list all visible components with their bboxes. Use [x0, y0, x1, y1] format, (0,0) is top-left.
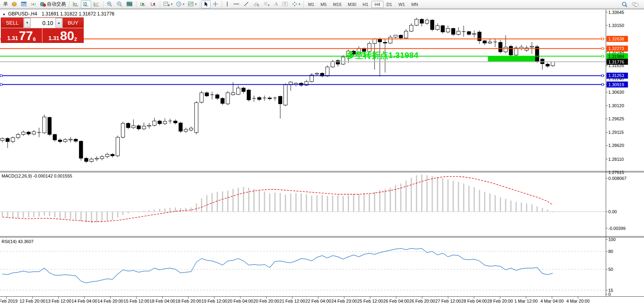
- toolbar-separator: [67, 1, 69, 8]
- zoom-out-icon[interactable]: [115, 0, 125, 8]
- time-axis-label: 4 Mar 20:00: [566, 299, 590, 303]
- sell-button[interactable]: SELL: [1, 18, 24, 28]
- sell-price-big: 77: [19, 30, 33, 41]
- zoom-out-icon: [116, 1, 123, 8]
- level-price-label: 1.32638: [608, 37, 624, 41]
- chart-shift-icon: [150, 1, 157, 8]
- timeframe-h4[interactable]: H4: [372, 1, 383, 8]
- zoom-in-icon: [106, 1, 113, 8]
- autotrading-button[interactable]: 自动交易: [38, 0, 67, 8]
- timeframe-m1[interactable]: M1: [305, 1, 317, 8]
- metaeditor-icon[interactable]: [10, 0, 19, 8]
- timeframe-m5[interactable]: M5: [317, 1, 330, 8]
- text-icon[interactable]: A: [272, 0, 280, 8]
- macd-label: MACD(12,26,9) -0.000142 0.001555: [2, 174, 72, 178]
- collapse-arrow-icon[interactable]: ▲: [2, 12, 6, 16]
- line-handle[interactable]: [0, 83, 2, 85]
- buy-price[interactable]: 1.31 80 2: [42, 28, 84, 42]
- volume-input[interactable]: 0.10: [31, 18, 56, 28]
- volume-decrease-button[interactable]: ▼: [24, 18, 31, 28]
- axis-tick-label: 1.30120: [608, 103, 624, 108]
- channel-icon[interactable]: E: [251, 0, 261, 8]
- cursor-icon[interactable]: [201, 0, 211, 8]
- axis-tick-label: 80: [608, 249, 613, 254]
- time-axis-label: 13 Feb 12:00: [46, 299, 71, 303]
- chat-icon[interactable]: [630, 0, 641, 8]
- volume-increase-button[interactable]: ▲: [56, 18, 62, 28]
- chart-canvas[interactable]: 多空转折点1.319841.336451.331501.321451.31635…: [0, 9, 644, 307]
- time-axis-label: 18 Feb 20:00: [176, 299, 201, 303]
- metaeditor-icon: [11, 1, 17, 8]
- sell-price[interactable]: 1.31 77 6: [1, 28, 42, 42]
- charts-window-icon: [21, 1, 27, 8]
- axis-tick-label: -0.00399: [608, 226, 625, 231]
- text-label-icon[interactable]: T: [280, 0, 290, 8]
- templates-icon[interactable]: ▾: [186, 0, 198, 8]
- line-handle[interactable]: [602, 83, 604, 85]
- periods-icon[interactable]: ▾: [174, 0, 186, 8]
- ohlc-values: 1.31691 1.31822 1.31672 1.31776: [42, 11, 115, 17]
- buy-button[interactable]: BUY: [62, 18, 83, 28]
- volume-stepper: ▼ 0.10 ▲: [24, 18, 62, 28]
- line-handle[interactable]: [602, 75, 604, 77]
- chevron-down-icon[interactable]: ▾: [195, 2, 197, 6]
- tile-windows-icon[interactable]: [125, 0, 134, 8]
- horizontal-line-icon[interactable]: [231, 0, 242, 8]
- chart-header: ▲ GBPUSD-,H4 1.31691 1.31822 1.31672 1.3…: [2, 11, 114, 17]
- chart-shift-icon[interactable]: [148, 0, 158, 8]
- timeframe-h1[interactable]: H1: [359, 1, 371, 8]
- svg-text:A: A: [274, 1, 278, 7]
- line-handle[interactable]: [0, 75, 2, 77]
- toolbar-separator: [302, 1, 304, 8]
- line-handle[interactable]: [602, 38, 604, 40]
- line-chart-icon[interactable]: [91, 0, 102, 8]
- level-price-label: 1.31984: [608, 54, 624, 59]
- chevron-down-icon[interactable]: ▾: [183, 2, 184, 6]
- timeframe-m30[interactable]: M30: [345, 1, 359, 8]
- one-click-trading-panel: SELL ▼ 0.10 ▲ BUY 1.31 77 6 1.31 80 2: [1, 17, 84, 43]
- time-axis-label: 27 Feb 12:00: [435, 299, 461, 303]
- toolbar-separator: [158, 1, 160, 8]
- chevron-down-icon[interactable]: ▾: [171, 2, 172, 6]
- axis-tick-label: 1.29625: [608, 116, 624, 121]
- timeframe-m15[interactable]: M15: [330, 1, 345, 8]
- svg-text:E: E: [257, 4, 259, 7]
- chevron-down-icon[interactable]: ▾: [299, 2, 300, 6]
- bar-chart-icon[interactable]: [71, 0, 81, 8]
- new-order-button[interactable]: 单: [1, 0, 10, 8]
- line-handle[interactable]: [602, 48, 604, 50]
- auto-scroll-icon[interactable]: [138, 0, 148, 8]
- time-axis-label: 24 Feb 23:00: [332, 299, 357, 303]
- line-handle[interactable]: [602, 55, 604, 57]
- crosshair-icon[interactable]: [211, 0, 220, 8]
- toolbar: 单自动交易▾▾▾EFAT▾ M1M5M15M30H1H4D1W1MN: [0, 0, 644, 9]
- signal-icon[interactable]: [29, 0, 38, 8]
- cursor-icon: [203, 1, 209, 8]
- timeframe-mn[interactable]: MN: [408, 1, 421, 8]
- axis-tick-label: 1.30630: [608, 90, 624, 95]
- axis-tick-label: 1.27615: [608, 170, 624, 175]
- arrows-icon[interactable]: ▾: [290, 0, 302, 8]
- bar-chart-icon: [72, 1, 79, 8]
- candlestick-chart-icon[interactable]: [81, 0, 91, 8]
- autotrading-button: [40, 1, 46, 8]
- charts-window-icon[interactable]: [19, 0, 29, 8]
- new-order-button-label: 单: [3, 1, 8, 8]
- time-axis-label: 18 Feb 04:00: [150, 299, 175, 303]
- highlight-rectangle[interactable]: [488, 56, 539, 62]
- zoom-in-icon[interactable]: [105, 0, 115, 8]
- timeframe-d1[interactable]: D1: [383, 1, 395, 8]
- annotation-text[interactable]: 多空转折点1.31984: [347, 50, 418, 60]
- auto-scroll-icon: [139, 1, 146, 8]
- arrows-icon: [291, 1, 298, 8]
- timeframe-w1[interactable]: W1: [395, 1, 408, 8]
- axis-tick-label: 100: [608, 237, 615, 242]
- vertical-line-icon[interactable]: [223, 0, 231, 8]
- fibonacci-icon[interactable]: F: [261, 0, 272, 8]
- search-icon[interactable]: [620, 0, 630, 8]
- svg-text:F: F: [268, 4, 270, 7]
- toolbar-separator: [134, 1, 136, 8]
- trendline-icon[interactable]: [242, 0, 251, 8]
- svg-text:T: T: [284, 2, 286, 6]
- new-chart-icon[interactable]: ▾: [161, 0, 174, 8]
